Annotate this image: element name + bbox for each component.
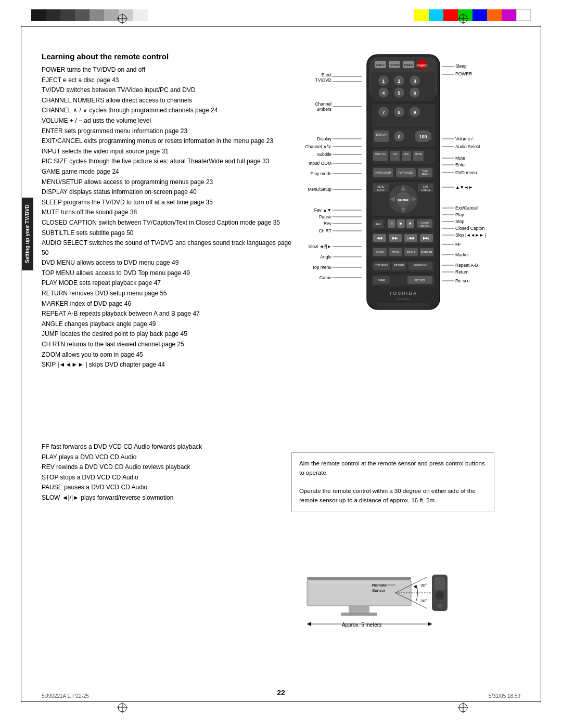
svg-text:Pause: Pause bbox=[319, 214, 331, 219]
sidebar-label: Setting up your TV/DVD bbox=[22, 198, 33, 270]
section-heading: Learning about the remote control bbox=[42, 52, 291, 61]
svg-text:▶▶|: ▶▶| bbox=[423, 236, 429, 240]
svg-text:Sleep: Sleep bbox=[455, 63, 467, 69]
instruction-item: CLOSED CAPTION switch between TV/Caption… bbox=[42, 218, 291, 228]
svg-text:|◀◀: |◀◀ bbox=[407, 236, 414, 240]
footer-right: 5/31/05 18:59 bbox=[489, 693, 520, 699]
svg-text:Stop: Stop bbox=[455, 219, 465, 224]
instruction-item: CHANNEL ∧ / ∨ cycles through programmed … bbox=[42, 106, 291, 115]
instruction-item: DISPLAY displays status information on-s… bbox=[42, 187, 291, 197]
svg-text:MENU: MENU bbox=[422, 173, 428, 176]
bar-seg-1 bbox=[31, 9, 46, 21]
svg-text:EXIT: EXIT bbox=[423, 186, 428, 188]
instruction-item: VOLUME + / − ad usts the volume level bbox=[42, 116, 291, 126]
svg-text:Audio Select: Audio Select bbox=[455, 144, 480, 149]
svg-text:DC-LW81: DC-LW81 bbox=[397, 297, 411, 301]
instruction-item: EXIT/CANCEL exits programming menus or r… bbox=[42, 136, 291, 146]
svg-text:30°: 30° bbox=[420, 583, 427, 588]
svg-text:■: ■ bbox=[409, 222, 411, 225]
bar-seg-5 bbox=[90, 9, 104, 21]
svg-text:3: 3 bbox=[413, 79, 416, 84]
bar-seg-4 bbox=[75, 9, 90, 21]
svg-text:CH: CH bbox=[393, 152, 397, 155]
reg-mark-top-right bbox=[458, 14, 468, 25]
svg-text:DISPLAY: DISPLAY bbox=[376, 133, 387, 136]
sensor-diagram-svg: Approx. 5 meters 30° 30° Remote Sensor bbox=[291, 546, 494, 650]
border-top bbox=[21, 26, 541, 27]
svg-text:Volume /−: Volume /− bbox=[455, 136, 475, 141]
svg-text:CLOSED: CLOSED bbox=[420, 222, 429, 224]
color-bar-cyan bbox=[429, 9, 443, 21]
svg-text:MENU: MENU bbox=[377, 186, 384, 188]
svg-text:Game: Game bbox=[320, 275, 331, 280]
svg-text:TV/DVD: TV/DVD bbox=[315, 77, 331, 83]
svg-text:Top menu: Top menu bbox=[312, 265, 332, 270]
instruction-item: MUTE turns off the sound page 38 bbox=[42, 207, 291, 217]
svg-text:DVD menu: DVD menu bbox=[455, 170, 477, 175]
svg-text:▶▶: ▶▶ bbox=[392, 236, 398, 240]
svg-text:Play mode: Play mode bbox=[311, 171, 331, 176]
border-bottom bbox=[21, 701, 541, 702]
svg-text:Pic si e: Pic si e bbox=[455, 278, 470, 283]
svg-text:Display: Display bbox=[317, 136, 332, 141]
sensor-text-2: Operate the remote control within a 30 d… bbox=[299, 487, 487, 505]
top-bar-left bbox=[31, 9, 148, 21]
svg-text:2: 2 bbox=[398, 79, 400, 84]
instruction-item: REPEAT A-B repeats playback between A an… bbox=[42, 309, 291, 319]
svg-text:DVD: DVD bbox=[423, 170, 428, 173]
svg-text:EJECT: EJECT bbox=[376, 63, 385, 67]
color-bar-red bbox=[443, 9, 458, 21]
svg-text:TV/DVD: TV/DVD bbox=[389, 63, 400, 67]
instruction-item: ANGLE changes playback angle page 49 bbox=[42, 319, 291, 329]
svg-text:SLOW: SLOW bbox=[376, 251, 384, 254]
svg-text:Exit/Cancel: Exit/Cancel bbox=[455, 205, 478, 211]
svg-text:VOL: VOL bbox=[404, 152, 409, 155]
svg-rect-199 bbox=[341, 613, 377, 616]
svg-text:Menu/Setup: Menu/Setup bbox=[308, 187, 331, 192]
svg-text:Ch RT: Ch RT bbox=[319, 228, 331, 233]
instruction-item: POWER turns the TV/DVD on and off bbox=[42, 65, 291, 75]
top-bar-right bbox=[414, 9, 531, 21]
svg-text:PLAY MODE: PLAY MODE bbox=[399, 171, 414, 174]
svg-text:FF: FF bbox=[455, 242, 461, 247]
svg-text:Repeat A-B: Repeat A-B bbox=[455, 263, 478, 268]
color-bar-white bbox=[516, 9, 531, 21]
section2-item: REV rewinds a DVD VCD CD Audio reviews p… bbox=[42, 462, 276, 472]
instruction-item: MENU/SETUP allows access to programming … bbox=[42, 177, 291, 187]
section2-item: PAUSE pauses a DVD VCD CD Audio bbox=[42, 483, 276, 492]
svg-text:8: 8 bbox=[398, 110, 400, 115]
remote-diagram-area: E ect TV/DVD Channel umbers Display Chan… bbox=[294, 49, 533, 363]
svg-text:E ect: E ect bbox=[322, 72, 332, 77]
section2-item: PLAY plays a DVD VCD CD Audio bbox=[42, 452, 276, 462]
svg-text:FAV: FAV bbox=[376, 223, 381, 226]
svg-rect-198 bbox=[349, 606, 369, 614]
section2-item: STOP stops a DVD VCD CD Audio bbox=[42, 473, 276, 483]
svg-rect-195 bbox=[377, 303, 429, 307]
bottom-content: FF fast forwards a DVD VCD CD Audio forw… bbox=[42, 442, 276, 503]
instruction-item: SUBTILTLE sets subtitle page 50 bbox=[42, 228, 291, 238]
svg-text:◀◀: ◀◀ bbox=[377, 236, 382, 240]
content-area-left: Learning about the remote control POWER … bbox=[42, 52, 291, 375]
page-number: 22 bbox=[277, 688, 285, 697]
svg-text:Enter: Enter bbox=[455, 162, 466, 167]
svg-text:Mute: Mute bbox=[455, 155, 465, 161]
section2-item: SLOW ◄|/|► plays forward/reverse slowmot… bbox=[42, 493, 276, 503]
svg-text:REPEAT A-B: REPEAT A-B bbox=[414, 264, 427, 267]
sensor-text-1: Aim the remote control at the remote sen… bbox=[299, 459, 487, 478]
svg-text:ANGLE: ANGLE bbox=[407, 251, 416, 254]
svg-text:POWER: POWER bbox=[455, 71, 472, 76]
border-left bbox=[21, 26, 21, 702]
svg-text:Approx. 5 meters: Approx. 5 meters bbox=[342, 622, 381, 628]
section2-item: FF fast forwards a DVD VCD CD Audio forw… bbox=[42, 442, 276, 452]
svg-text:ZOOM: ZOOM bbox=[392, 251, 400, 254]
border-right bbox=[541, 26, 541, 702]
svg-text:CANCEL: CANCEL bbox=[421, 189, 431, 191]
bar-seg-8 bbox=[133, 9, 148, 21]
footer-left: 5U90221A E P22-25 bbox=[42, 693, 89, 699]
svg-text:ENTER: ENTER bbox=[398, 199, 409, 202]
svg-text:TOP MENU: TOP MENU bbox=[375, 264, 388, 267]
svg-marker-217 bbox=[428, 622, 432, 626]
svg-text:INPUT/ZOOM: INPUT/ZOOM bbox=[375, 171, 391, 174]
svg-text:Sensor: Sensor bbox=[372, 588, 386, 593]
instruction-item: PLAY MODE sets repeat playback page 47 bbox=[42, 278, 291, 288]
